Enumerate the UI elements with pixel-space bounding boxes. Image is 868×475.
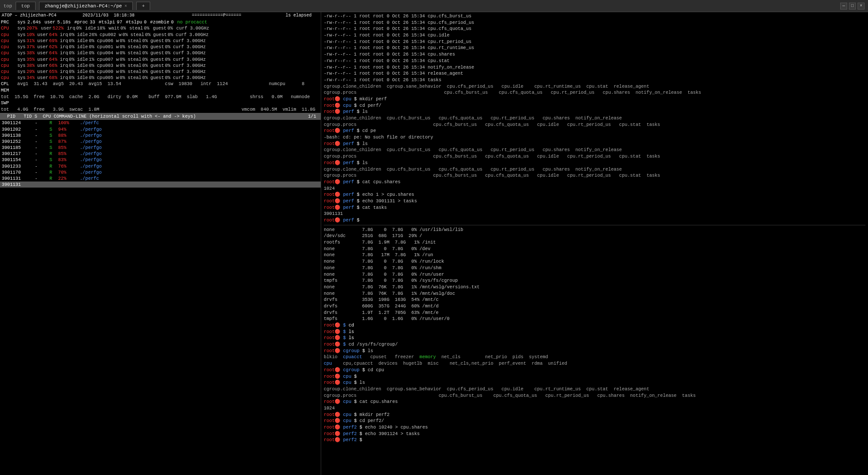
prompt-ls-home: root🔴 $ ls (324, 329, 865, 335)
prompt-echo-tasks: root🔴 perf $ echo 3901131 > tasks (324, 198, 865, 205)
df-line-9: tmpfs 7.8G 0 7.8G 0% /sys/fs/cgroup (324, 277, 865, 284)
tline-cpu-ls1: cgroup.clone_children cgroup.sane_behavi… (324, 386, 865, 393)
cpu4-row: cpu sys35% user64% irq0% idle1% cpu007 w… (0, 56, 321, 63)
process-header: PID TID S CPU COMMAND-LINE (horizontal s… (0, 113, 321, 120)
prompt-perf2-end: root🔴 perf2 $ (324, 437, 865, 443)
proc-row-4: 3901252 - S 87% ./perfgo (0, 139, 321, 145)
prc-user-label: user (44, 19, 55, 26)
prc-label: PRC (1, 19, 17, 26)
proc-row-selected: 3901131 (0, 181, 321, 188)
proc-row-2: 3901202 - S 94% ./perfgo (0, 126, 321, 132)
proc-row-7: 3901154 - S 83% ./perfgo (0, 157, 321, 163)
prompt-cd-sys: root🔴 $ cd /sys/fs/cgroup/ (324, 341, 865, 348)
prompt-echo-tasks2: root🔴 perf2 $ echo 3901124 > tasks (324, 431, 865, 437)
proc-row-8: 3901233 - R 76% ./perfgo (0, 163, 321, 169)
tline-ls3b: cgroup.procs cpu.cfs_burst_us cpu.cfs_qu… (324, 172, 865, 179)
df-line-15: tmpfs 1.6G 0 1.6G 0% /run/user/0 (324, 316, 865, 322)
tline-ls1: cgroup.clone_children cpu.cfs_burst_us c… (324, 115, 865, 122)
prompt-cd-cpu: root🔴 cgroup $ cd cpu (324, 367, 865, 373)
cpu-total-row: CPU sys207% user522% irq0% idle18% wait0… (0, 25, 321, 32)
tline-3: -rw-r--r-- 1 root root 0 Oct 26 15:34 cp… (324, 26, 865, 32)
new-tab-icon: + (142, 3, 145, 9)
prompt-ls3: root🔴 perf $ ls (324, 160, 865, 166)
maximize-button[interactable]: □ (849, 3, 856, 10)
atop-pane: ATOP – zhijiezhan-PC4 2023/11/03 18:18:3… (0, 12, 321, 475)
prc-tslpi-label: #tslpi (99, 19, 115, 26)
proc-row-1: 3901124 - R 100% ./perfc (0, 120, 321, 126)
prc-user-val: 5.18s (57, 19, 71, 26)
atop-header: ATOP – zhijiezhan-PC4 2023/11/03 18:18:3… (0, 12, 321, 19)
main-content: ATOP – zhijiezhan-PC4 2023/11/03 18:18:3… (0, 12, 868, 475)
prompt-mkdir-perf2: root🔴 cpu $ mkdir perf2 (324, 412, 865, 418)
shares-val-1: 1024 (324, 185, 865, 192)
prompt-cpu-ls: root🔴 cpu $ ls (324, 379, 865, 386)
cpu1-row: cpu sys31% user69% irq0% idle0% cpu006 w… (0, 38, 321, 44)
prc-tslpu-val: 0 (144, 19, 147, 26)
df-line-4: none 7.8G 0 7.8G 0% /dev (324, 246, 865, 252)
tline-cg-ls1: blkio cpuacct cpuset freezer memory net_… (324, 354, 865, 360)
prompt-ls-home2: root🔴 $ ls (324, 335, 865, 341)
prompt-echo-10240: root🔴 perf2 $ echo 10240 > cpu.shares (324, 424, 865, 431)
prompt-cat-cpu-shares: root🔴 cpu $ cat cpu.shares (324, 399, 865, 405)
prc-no-procacct: no procacct (177, 19, 207, 26)
prompt-mkdir-perf: root🔴 cpu $ mkdir perf (324, 96, 865, 102)
tline-6: -rw-r--r-- 1 root root 0 Oct 26 15:34 cp… (324, 45, 865, 51)
df-line-12: drvfs 353G 198G 163G 54% /mnt/c (324, 297, 865, 303)
terminal-pane[interactable]: -rw-r--r-- 1 root root 0 Oct 26 15:34 cp… (321, 12, 868, 475)
df-line-14: drvfs 1.9T 1.2T 705G 63% /mnt/e (324, 310, 865, 316)
prc-zombie-val: 0 (171, 19, 174, 26)
prompt-end-upper: root🔴 perf $ (324, 217, 865, 224)
cpl-row: CPL avg1 31.43 avg5 20.43 avg15 13.54 cs… (0, 81, 321, 87)
tab-new[interactable]: + (136, 2, 151, 10)
tline-cg1: cgroup.clone_children cgroup.sane_behavi… (324, 83, 865, 90)
df-line-2: /dev/sdc 251G 68G 171G 29% / (324, 233, 865, 239)
close-button[interactable]: × (858, 3, 865, 10)
minimize-button[interactable]: — (840, 3, 847, 10)
app-title: top (3, 3, 12, 9)
tline-9: -rw-r--r-- 1 root root 0 Oct 26 15:34 no… (324, 64, 865, 71)
tline-7: -rw-r--r-- 1 root root 0 Oct 26 15:34 cp… (324, 51, 865, 58)
df-line-7: none 7.8G 0 7.8G 0% /run/shm (324, 265, 865, 271)
prompt-cd-home: root🔴 $ cd (324, 322, 865, 329)
tline-10: -rw-r--r-- 1 root root 0 Oct 26 15:34 re… (324, 70, 865, 77)
prompt-cpu-empty: root🔴 cpu $ (324, 373, 865, 380)
cpu6-row: cpu sys29% user65% irq0% idle6% cpu000 w… (0, 69, 321, 75)
cpu5-row: cpu sys38% user66% irq0% idle0% cpu003 w… (0, 63, 321, 69)
tline-ls2b: cgroup.procs cpu.cfs_burst_us cpu.cfs_qu… (324, 153, 865, 160)
prompt-cgroup-ls: root🔴 cgroup $ ls (324, 348, 865, 354)
cpu0-row: cpu sys10% user64% irq0% idle26% cpu002 … (0, 32, 321, 38)
prc-tslpi-val: 97 (117, 19, 122, 26)
tline-4: -rw-r--r-- 1 root root 0 Oct 26 15:34 cp… (324, 32, 865, 39)
df-line-5: none 7.8G 17M 7.8G 1% /run (324, 252, 865, 258)
prompt-echo1: root🔴 perf $ echo 1 > cpu.shares (324, 191, 865, 198)
title-bar-left: top top zhangje@zhijiezhan-PC4:~/pe × + (3, 2, 840, 10)
proc-row-6: 3901217 - R 85% ./perfgo (0, 151, 321, 157)
tab-terminal-close[interactable]: × (125, 4, 127, 9)
tline-cpu-ls2: cgroup.procs cpu.cfs_burst_us cpu.cfs_qu… (324, 393, 865, 399)
tline-cg2: cgroup.procs cpu.cfs_burst_us cpu.cfs_qu… (324, 89, 865, 96)
prompt-cat-shares: root🔴 perf $ cat cpu.shares (324, 179, 865, 185)
tline-cg-ls2: cpu cpu,cpuacct devices hugetlb misc net… (324, 360, 865, 367)
tline-5: -rw-r--r-- 1 root root 0 Oct 26 15:34 cp… (324, 39, 865, 45)
proc-row-10: 3901131 - R 22% ./perfc (0, 175, 321, 181)
tab-top-label: top (21, 3, 30, 9)
proc-row-9: 3901170 - R 70% ./perfgo (0, 169, 321, 175)
prc-tslpu-label: #tslpu (126, 19, 142, 26)
tline-8: -rw-r--r-- 1 root root 0 Oct 26 15:34 cp… (324, 58, 865, 64)
tline-1: -rw-r--r-- 1 root root 0 Oct 26 15:34 cp… (324, 13, 865, 20)
process-list: 3901124 - R 100% ./perfc 3901202 - S 94%… (0, 120, 321, 188)
title-bar-controls: — □ × (840, 3, 865, 10)
section-divider-1 (324, 225, 865, 225)
tline-2: -rw-r--r-- 1 root root 0 Oct 26 15:34 cp… (324, 20, 865, 26)
proc-row-5: 3901185 - S 85% ./perfgo (0, 145, 321, 151)
cpu-shares-val2: 1024 (324, 405, 865, 412)
title-bar: top top zhangje@zhijiezhan-PC4:~/pe × + … (0, 0, 868, 12)
tline-ls1b: cgroup.procs cpu.cfs_burst_us cpu.cfs_qu… (324, 122, 865, 128)
prompt-ls-perf: root🔴 perf $ ls (324, 109, 865, 115)
proc-row-3: 3901138 - S 88% ./perfgo (0, 132, 321, 139)
tab-terminal[interactable]: zhangje@zhijiezhan-PC4:~/pe × (39, 2, 133, 10)
tline-cd-pe-err: -bash: cd: pe: No such file or directory (324, 134, 865, 141)
tab-top[interactable]: top (16, 2, 36, 10)
prompt-cd-perf: root🔴 cpu $ cd perf/ (324, 102, 865, 109)
df-line-10: none 7.8G 76K 7.8G 1% /mnt/wslg/versions… (324, 284, 865, 290)
